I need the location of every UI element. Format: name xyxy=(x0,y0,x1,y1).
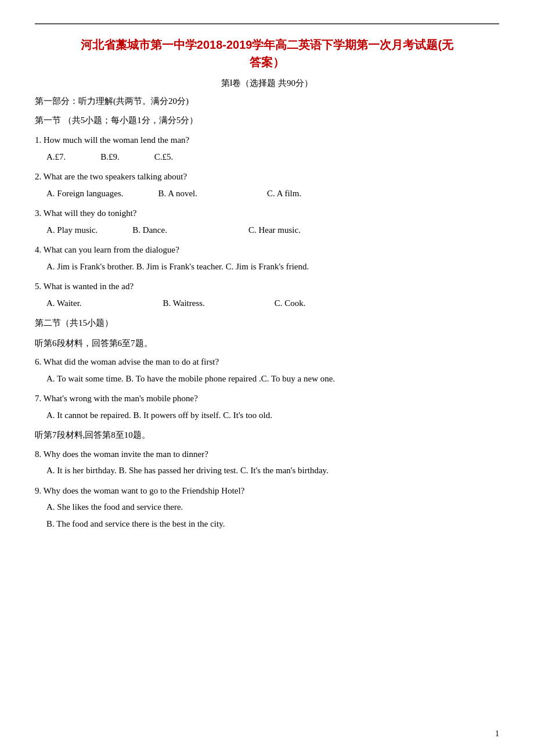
section1-center: 第Ⅰ卷（选择题 共90分） xyxy=(35,78,499,89)
q2-text: 2. What are the two speakers talking abo… xyxy=(35,168,499,185)
section1-label: 第一节 （共5小题；每小题1分，满分5分） xyxy=(35,113,499,128)
q7-text: 7. What's wrong with the man's mobile ph… xyxy=(35,390,499,407)
q1-optA: A.£7. xyxy=(46,149,66,165)
passage6-label: 听第6段材料，回答第6至7题。 xyxy=(35,335,499,352)
q3-optB: B. Dance. xyxy=(132,222,167,239)
part1-label: 第一部分：听力理解(共两节。满分20分) xyxy=(35,93,499,109)
title-line1: 河北省藁城市第一中学2018-2019学年高二英语下学期第一次月考试题(无 xyxy=(35,36,499,53)
q1-optB: B.£9. xyxy=(100,149,120,165)
q3-optC: C. Hear music. xyxy=(248,222,301,239)
question-6: 6. What did the woman advise the man to … xyxy=(35,354,499,387)
question-3: 3. What will they do tonight? A. Play mu… xyxy=(35,205,499,238)
q5-text: 5. What is wanted in the ad? xyxy=(35,278,499,295)
q3-text: 3. What will they do tonight? xyxy=(35,205,499,222)
q6-options: A. To wait some time. B. To have the mob… xyxy=(46,370,499,387)
top-divider xyxy=(35,23,499,24)
question-1: 1. How much will the woman lend the man?… xyxy=(35,132,499,165)
passage7-label: 听第7段材料,回答第8至10题。 xyxy=(35,427,499,444)
q4-options: A. Jim is Frank's brother. B. Jim is Fra… xyxy=(46,258,499,275)
question-9: 9. Why does the woman want to go to the … xyxy=(35,483,499,532)
question-7: 7. What's wrong with the man's mobile ph… xyxy=(35,390,499,423)
question-8: 8. Why does the woman invite the man to … xyxy=(35,446,499,479)
q5-optA: A. Waiter. xyxy=(46,295,82,312)
q1-optC: C.£5. xyxy=(154,149,174,165)
q3-options: A. Play music. B. Dance. C. Hear music. xyxy=(46,222,499,239)
q7-options: A. It cannot be repaired. B. It powers o… xyxy=(46,407,499,424)
q3-optA: A. Play music. xyxy=(46,222,98,239)
section2-label: 第二节（共15小题） xyxy=(35,315,499,332)
q2-optC: C. A film. xyxy=(267,185,301,202)
q8-text: 8. Why does the woman invite the man to … xyxy=(35,446,499,463)
q1-text: 1. How much will the woman lend the man? xyxy=(35,132,499,149)
question-5: 5. What is wanted in the ad? A. Waiter. … xyxy=(35,278,499,311)
q4-text: 4. What can you learn from the dialogue? xyxy=(35,242,499,258)
q9-optA: A. She likes the food and service there. xyxy=(46,499,499,516)
title-block: 河北省藁城市第一中学2018-2019学年高二英语下学期第一次月考试题(无 答案… xyxy=(35,36,499,71)
page-number: 1 xyxy=(495,729,499,739)
q8-options: A. It is her birthday. B. She has passed… xyxy=(46,462,499,479)
q2-options: A. Foreign languages. B. A novel. C. A f… xyxy=(46,185,499,202)
q2-optB: B. A novel. xyxy=(158,185,197,202)
q2-optA: A. Foreign languages. xyxy=(46,185,123,202)
q9-optB: B. The food and service there is the bes… xyxy=(46,516,499,532)
q9-text: 9. Why does the woman want to go to the … xyxy=(35,483,499,499)
q5-options: A. Waiter. B. Waitress. C. Cook. xyxy=(46,295,499,312)
q6-text: 6. What did the woman advise the man to … xyxy=(35,354,499,370)
q5-optC: C. Cook. xyxy=(275,295,306,312)
question-2: 2. What are the two speakers talking abo… xyxy=(35,168,499,201)
title-line2: 答案） xyxy=(35,53,499,71)
q5-optB: B. Waitress. xyxy=(163,295,205,312)
question-4: 4. What can you learn from the dialogue?… xyxy=(35,242,499,275)
q1-options: A.£7. B.£9. C.£5. xyxy=(46,149,499,165)
